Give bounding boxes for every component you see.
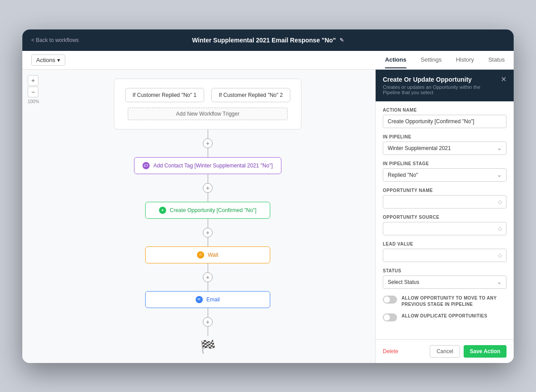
edit-icon[interactable]: ✎ [339,37,344,43]
connector-2: + [203,174,213,202]
in-pipeline-select-wrapper: Winter Supplemental 2021 [383,142,507,155]
tag-label: Add Contact Tag [Winter Supplemental 202… [153,163,272,169]
toggle-previous-stage-label: ALLOW OPPORTUNITY TO MOVE TO ANY PREVIOU… [402,295,507,308]
panel-title: Create Or Update Opportunity [383,76,497,83]
app-header: < Back to workflows Winter Supplemental … [22,29,514,51]
field-in-pipeline: IN PIPELINE Winter Supplemental 2021 [383,134,507,155]
connector-line [208,238,208,246]
tab-history[interactable]: History [456,52,474,68]
cancel-button[interactable]: Cancel [430,345,460,358]
panel-footer: Delete Cancel Save Action [376,339,514,363]
status-select-wrapper: Select Status [383,275,507,289]
connector-4: + [203,263,213,291]
tab-settings[interactable]: Settings [421,52,442,68]
field-status: STATUS Select Status [383,268,507,289]
trigger-node-1[interactable]: If Customer Replied "No" 1 [125,88,204,102]
panel-header: Create Or Update Opportunity Creates or … [376,70,514,101]
workflow-title: Winter Supplemental 2021 Email Response … [192,37,336,44]
in-pipeline-label: IN PIPELINE [383,134,507,139]
back-link[interactable]: < Back to workflows [31,37,79,43]
right-panel: Create Or Update Opportunity Creates or … [375,70,514,363]
connector-5: + [203,308,213,336]
connector-line [208,174,208,183]
connector-line [208,327,208,336]
add-trigger-btn[interactable]: Add New Workflow Trigger [128,108,288,120]
tab-actions[interactable]: Actions [385,52,406,68]
lead-value-input[interactable] [383,249,507,262]
field-opportunity-source: OPPORTUNITY SOURCE [383,215,507,235]
action-node-tag[interactable]: 🏷 Add Contact Tag [Winter Supplemental 2… [134,157,281,174]
zoom-controls: + − 100% [28,75,39,104]
opportunity-source-input-wrapper [383,222,507,235]
field-action-name: ACTION NAME [383,108,507,128]
toggle-duplicate[interactable] [383,313,397,321]
email-label: Email [206,296,220,303]
action-node-wait[interactable]: ⏱ Wait [145,246,270,263]
tag-icon: 🏷 [142,162,150,169]
opportunity-label: Create Opportunity [Confirmed "No"] [170,207,256,213]
status-select[interactable]: Select Status [383,275,507,289]
actions-dropdown-label: Actions [36,57,55,63]
connector-line [208,219,208,228]
pipeline-stage-select[interactable]: Replied "No" [383,168,507,182]
wait-icon: ⏱ [197,251,204,259]
connector-plus-5[interactable]: + [203,317,213,327]
connector-plus-1[interactable]: + [203,138,213,148]
finish-flag: 🏁 [200,339,216,354]
field-pipeline-stage: IN PIPELINE STAGE Replied "No" [383,161,507,182]
dropdown-icon: ▾ [57,57,60,63]
in-pipeline-select[interactable]: Winter Supplemental 2021 [383,142,507,155]
save-action-button[interactable]: Save Action [464,345,507,358]
field-lead-value: LEAD VALUE [383,242,507,262]
lead-value-label: LEAD VALUE [383,242,507,246]
opportunity-source-input[interactable] [383,222,507,235]
connector-line [208,308,208,317]
panel-subtitle: Creates or updates an Opportunity within… [383,84,497,95]
toggle-row-2: ALLOW DUPLICATE OPPORTUNITIES [383,313,507,321]
zoom-level: 100% [28,99,39,104]
tab-status[interactable]: Status [488,52,505,68]
trigger-container: If Customer Replied "No" 1 If Customer R… [114,79,302,129]
connector-plus-3[interactable]: + [203,228,213,238]
zoom-minus-btn[interactable]: − [28,87,38,97]
panel-body: ACTION NAME IN PIPELINE Winter Supplemen… [376,101,514,339]
tabs-bar: Actions ▾ Actions Settings History Statu… [22,51,514,70]
actions-dropdown[interactable]: Actions ▾ [31,54,65,66]
action-name-input[interactable] [383,115,507,128]
panel-close-btn[interactable]: ✕ [501,75,507,83]
opportunity-name-label: OPPORTUNITY NAME [383,188,507,193]
connector-line [208,193,208,202]
toggle-row-1: ALLOW OPPORTUNITY TO MOVE TO ANY PREVIOU… [383,295,507,308]
toggle-previous-stage[interactable] [383,296,397,304]
connector-line [208,282,208,291]
pipeline-stage-label: IN PIPELINE STAGE [383,161,507,166]
connector-plus-4[interactable]: + [203,272,213,282]
trigger-node-2[interactable]: If Customer Replied "No" 2 [211,88,290,102]
main-layout: + − 100% If Customer Replied "No" 1 If C… [22,70,514,363]
header-title: Winter Supplemental 2021 Email Response … [192,37,344,44]
device-frame: < Back to workflows Winter Supplemental … [22,29,514,363]
opportunity-name-input[interactable] [383,195,507,209]
toggle-duplicate-label: ALLOW DUPLICATE OPPORTUNITIES [402,313,487,319]
opportunity-name-input-wrapper [383,195,507,209]
connector-3: + [203,219,213,246]
connector-line [208,148,208,157]
wait-label: Wait [208,252,218,258]
opportunity-source-label: OPPORTUNITY SOURCE [383,215,507,220]
opportunity-icon: ● [159,207,166,214]
connector-line [208,263,208,272]
delete-button[interactable]: Delete [383,348,398,354]
email-icon: ✉ [196,296,203,303]
status-label: STATUS [383,268,507,273]
lead-value-input-wrapper [383,249,507,262]
connector-plus-2[interactable]: + [203,183,213,193]
action-name-label: ACTION NAME [383,108,507,113]
connector-1: + [203,129,213,157]
canvas-area: + − 100% If Customer Replied "No" 1 If C… [22,70,375,363]
workflow-canvas: If Customer Replied "No" 1 If Customer R… [22,70,375,363]
action-node-email[interactable]: ✉ Email [145,291,270,308]
zoom-plus-btn[interactable]: + [28,75,38,86]
connector-line [208,129,208,138]
pipeline-stage-select-wrapper: Replied "No" [383,168,507,182]
action-node-opportunity[interactable]: ● Create Opportunity [Confirmed "No"] [145,202,270,219]
